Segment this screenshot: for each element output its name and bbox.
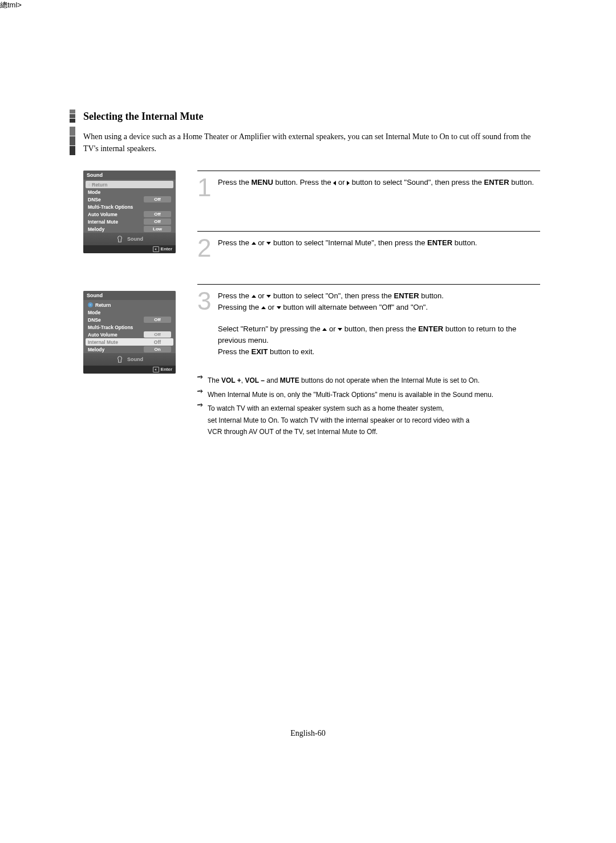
page-number: English-60	[0, 729, 616, 738]
triangle-up-icon	[252, 242, 256, 245]
osd-row-mode: Mode	[86, 188, 173, 196]
enter-button-ref: ENTER	[394, 291, 419, 300]
enter-button-ref: ENTER	[418, 325, 443, 333]
osd-footer-label: Sound	[127, 236, 143, 242]
manual-page: Selecting the Internal Mute When using a…	[70, 110, 540, 440]
osd-footer: Sound	[83, 233, 176, 245]
osd-row-multitrack: Multi-Track Options	[86, 203, 173, 210]
step-number: 2	[197, 237, 212, 258]
note-bullet-icon	[197, 375, 208, 386]
osd-row-dnse: DNSeOff	[86, 316, 173, 323]
step-number: 1	[197, 177, 212, 198]
osd-row-melody: MelodyLow	[86, 225, 173, 233]
section-title: Selecting the Internal Mute	[83, 110, 203, 123]
osd-enter-bar: Enter	[83, 245, 176, 253]
enter-icon	[153, 367, 159, 372]
exit-button-ref: EXIT	[252, 347, 268, 356]
step-divider	[197, 284, 540, 285]
step-divider	[197, 171, 540, 171]
note-icon	[116, 235, 124, 243]
menu-button-ref: MENU	[252, 178, 273, 187]
osd-enter-bar: Enter	[83, 366, 176, 374]
note-bullet-icon	[197, 403, 208, 437]
osd-return-label: Return	[92, 182, 171, 188]
return-dot-icon	[88, 302, 93, 307]
heading-accent-marks	[70, 110, 75, 123]
osd-return-row: Return	[86, 301, 173, 309]
triangle-up-icon	[261, 306, 266, 309]
note-item: To watch TV with an external speaker sys…	[197, 403, 540, 437]
instructions-column: 1 Press the MENU button. Press the or bu…	[197, 171, 540, 440]
osd-return-label: Return	[95, 302, 171, 308]
osd-row-multitrack: Multi-Track Options	[86, 323, 173, 331]
note-bullet-icon	[197, 389, 208, 400]
step-2: 2 Press the or button to select "Interna…	[197, 237, 540, 258]
osd-column: Sound Return Mode DNSeOff Multi-Track Op…	[83, 171, 176, 440]
osd-footer: Sound	[83, 353, 176, 366]
notes-list: The VOL +, VOL – and MUTE buttons do not…	[197, 375, 540, 437]
osd-footer-label: Sound	[127, 356, 143, 362]
section-heading-row: Selecting the Internal Mute	[70, 110, 540, 123]
osd-row-autovolume: Auto VolumeOff	[86, 210, 173, 218]
osd-header: Sound	[83, 171, 176, 180]
step-divider	[197, 231, 540, 232]
osd-row-internalmute-selected: Internal MuteOff	[86, 338, 173, 346]
osd-row-dnse: DNSeOff	[86, 196, 173, 203]
note-item: The VOL +, VOL – and MUTE buttons do not…	[197, 375, 540, 386]
note-icon	[116, 355, 124, 363]
osd-header: Sound	[83, 291, 176, 300]
triangle-down-icon	[277, 306, 281, 309]
note-item: When Internal Mute is on, only the "Mult…	[197, 389, 540, 400]
triangle-up-icon	[252, 295, 256, 298]
body-accent-marks	[70, 127, 75, 155]
osd-row-mode: Mode	[86, 309, 173, 316]
osd-return-row: Return	[86, 181, 173, 188]
enter-button-ref: ENTER	[427, 238, 452, 247]
step-number: 3	[197, 290, 212, 358]
intro-paragraph: When using a device such as a Home Theat…	[83, 131, 534, 155]
osd-sound-menu-2: Sound Return Mode DNSeOff Multi-Track Op…	[83, 291, 176, 374]
osd-row-melody: MelodyOn	[86, 346, 173, 353]
osd-row-internalmute: Internal MuteOff	[86, 218, 173, 225]
triangle-down-icon	[338, 328, 342, 331]
step-1: 1 Press the MENU button. Press the or bu…	[197, 177, 540, 198]
enter-icon	[153, 246, 159, 252]
caret-left-icon	[88, 183, 90, 187]
osd-sound-menu-1: Sound Return Mode DNSeOff Multi-Track Op…	[83, 171, 176, 253]
osd-row-autovolume: Auto VolumeOff	[86, 331, 173, 338]
enter-button-ref: ENTER	[484, 178, 509, 187]
step-3: 3 Press the or button to select "On", th…	[197, 290, 540, 358]
